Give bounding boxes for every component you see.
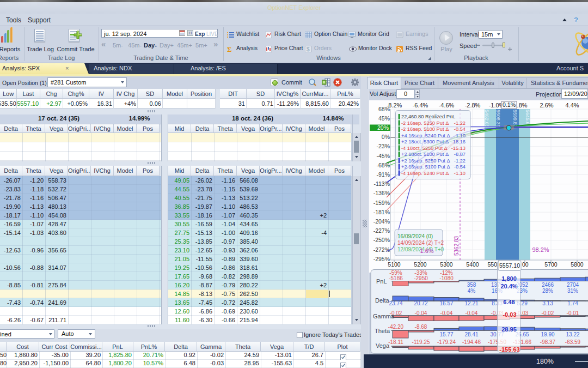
svg-text:19.90: 19.90 xyxy=(541,331,554,337)
svg-text:28%: 28% xyxy=(542,288,553,294)
svg-text:Delta: Delta xyxy=(375,297,390,304)
svg-text:-227%: -227% xyxy=(373,227,390,234)
svg-text:+2 16sep. 5100 Put Δ: +2 16sep. 5100 Put Δ xyxy=(401,164,450,170)
svg-text:16/09/2024 (0): 16/09/2024 (0) xyxy=(397,233,433,239)
svg-text:98.2%: 98.2% xyxy=(532,246,549,253)
svg-text:-155.63: -155.63 xyxy=(499,346,519,353)
svg-text:-119.25: -119.25 xyxy=(412,339,430,345)
svg-text:PnL: PnL xyxy=(376,278,387,285)
svg-text:20%: 20% xyxy=(377,124,389,131)
svg-text:-194.46: -194.46 xyxy=(462,339,481,345)
svg-text:4.4%: 4.4% xyxy=(565,102,579,108)
svg-text:5508.39: 5508.39 xyxy=(495,110,501,128)
svg-text:1.74: 1.74 xyxy=(567,300,578,306)
svg-text:20.4%: 20.4% xyxy=(500,283,517,289)
svg-text:28.95: 28.95 xyxy=(501,326,517,333)
svg-text:5557.10: 5557.10 xyxy=(499,262,520,269)
svg-text:-1.10: -1.10 xyxy=(454,133,465,138)
svg-text:-0.03: -0.03 xyxy=(503,311,516,318)
svg-text:-204%: -204% xyxy=(373,218,390,225)
svg-text:-250%: -250% xyxy=(373,237,390,243)
svg-text:-0.04: -0.04 xyxy=(415,310,427,316)
svg-text:-18.16: -18.16 xyxy=(451,139,465,144)
svg-text:31%: 31% xyxy=(567,288,578,294)
svg-text:-18.11: -18.11 xyxy=(388,339,403,345)
svg-text:+2 18oct. 5100 Put Δ: +2 18oct. 5100 Put Δ xyxy=(401,152,449,157)
svg-text:2466: 2466 xyxy=(542,282,554,288)
svg-text:Vega: Vega xyxy=(376,342,390,349)
svg-text:2.6%: 2.6% xyxy=(540,102,553,108)
svg-text:-181%: -181% xyxy=(373,209,390,215)
svg-text:-4.6%: -4.6% xyxy=(439,102,455,108)
svg-text:-8.2%: -8.2% xyxy=(387,102,402,108)
svg-text:-0.54: -0.54 xyxy=(454,126,465,132)
svg-text:-1080: -1080 xyxy=(439,275,454,281)
svg-text:5462.65: 5462.65 xyxy=(484,110,489,128)
svg-text:0%: 0% xyxy=(382,134,390,140)
svg-text:-45%: -45% xyxy=(376,153,390,159)
svg-text:+2 18oct. 5300 Put Δ: +2 18oct. 5300 Put Δ xyxy=(401,139,449,144)
svg-text:13.22: 13.22 xyxy=(566,331,579,337)
svg-text:-113%: -113% xyxy=(373,180,390,187)
svg-text:28.41: 28.41 xyxy=(464,331,478,337)
svg-text:-0.04: -0.04 xyxy=(440,310,453,316)
svg-text:358: 358 xyxy=(467,282,476,288)
svg-text:-1.10: -1.10 xyxy=(454,171,465,176)
svg-text:Σ: Σ xyxy=(227,46,232,52)
svg-text:-0.01: -0.01 xyxy=(567,310,579,316)
svg-text:22,460.80 Realized PnL: 22,460.80 Realized PnL xyxy=(401,114,455,119)
svg-text:-98.37: -98.37 xyxy=(540,339,556,345)
svg-text:-63.59: -63.59 xyxy=(565,339,581,345)
svg-text:-5186: -5186 xyxy=(389,275,403,281)
svg-text:6.48: 6.48 xyxy=(503,299,514,305)
svg-text:1,800: 1,800 xyxy=(501,275,517,282)
svg-text:16.57: 16.57 xyxy=(439,300,453,306)
svg-text:-179.24: -179.24 xyxy=(437,339,456,345)
svg-text:-2950: -2950 xyxy=(414,275,428,281)
svg-text:1.6%: 1.6% xyxy=(420,248,433,254)
svg-text:5599.87: 5599.87 xyxy=(512,110,518,128)
svg-text:-2 16sep. 5250 Put Δ: -2 16sep. 5250 Put Δ xyxy=(401,120,449,126)
svg-text:-1.22: -1.22 xyxy=(454,120,465,126)
svg-text:12.21: 12.21 xyxy=(464,300,478,306)
svg-text:5362.83: 5362.83 xyxy=(454,236,460,256)
svg-text:2704: 2704 xyxy=(567,282,579,288)
svg-text:+2 16sep. 5250 Put Δ: +2 16sep. 5250 Put Δ xyxy=(401,158,450,164)
svg-text:-0.02: -0.02 xyxy=(542,310,554,316)
svg-text:-0.04: -0.04 xyxy=(465,310,478,316)
svg-text:-8.68: -8.68 xyxy=(415,324,427,330)
svg-text:-2.8%: -2.8% xyxy=(465,102,481,108)
svg-text:-0.54: -0.54 xyxy=(454,164,465,170)
svg-text:-8.87: -8.87 xyxy=(454,152,465,157)
svg-text:15.77: 15.77 xyxy=(439,331,453,337)
svg-text:23.74: 23.74 xyxy=(389,300,402,306)
svg-text:-91%: -91% xyxy=(376,171,390,178)
svg-text:3.13: 3.13 xyxy=(542,300,553,306)
svg-text:45%: 45% xyxy=(378,115,390,122)
svg-text:-159%: -159% xyxy=(373,200,390,206)
svg-text:-4 16sep. 5240 Put Δ: -4 16sep. 5240 Put Δ xyxy=(401,171,449,176)
svg-text:-4 18oct. 5250 Put Δ: -4 18oct. 5250 Put Δ xyxy=(401,146,448,151)
svg-text:-6.4%: -6.4% xyxy=(413,102,428,108)
svg-text:14/09/2024 (2) T+2: 14/09/2024 (2) T+2 xyxy=(397,240,444,246)
svg-text:4%: 4% xyxy=(468,288,476,294)
svg-text:-42.20: -42.20 xyxy=(388,324,404,330)
svg-text:-2 16sep. 5100 Put Δ: -2 16sep. 5100 Put Δ xyxy=(401,126,449,132)
svg-text:0.1%: 0.1% xyxy=(503,101,516,108)
svg-text:20.72: 20.72 xyxy=(414,300,427,306)
svg-text:-1.22: -1.22 xyxy=(454,158,465,164)
svg-text:-15.13: -15.13 xyxy=(451,146,465,151)
svg-text:-136%: -136% xyxy=(373,190,390,196)
svg-text:$: $ xyxy=(307,46,310,52)
svg-text:+4 16sep. 5240 Put Δ: +4 16sep. 5240 Put Δ xyxy=(401,133,450,138)
svg-text:Gamma: Gamma xyxy=(373,313,395,319)
svg-text:-68%: -68% xyxy=(376,162,390,168)
svg-text:-272%: -272% xyxy=(373,246,390,253)
svg-text:Theta: Theta xyxy=(375,328,390,334)
svg-text:-23%: -23% xyxy=(376,143,390,149)
